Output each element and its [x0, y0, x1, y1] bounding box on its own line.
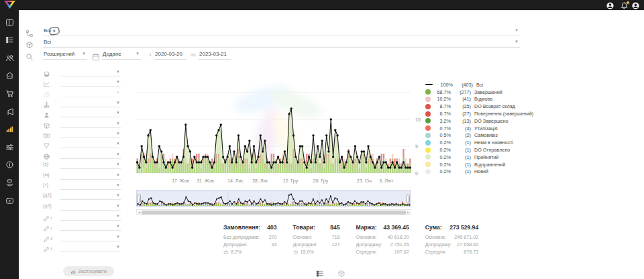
side-filter-row: {т}▼ — [43, 182, 122, 191]
bell-icon[interactable] — [620, 1, 629, 9]
scrollbar-thumb[interactable] — [142, 211, 406, 215]
search-mode-select[interactable]: Розширений ▼ — [43, 50, 87, 60]
svg-text:10: 10 — [415, 117, 421, 122]
legend-dot-swatch — [425, 125, 431, 131]
sidebar-item-analytics-icon[interactable] — [0, 123, 19, 135]
stat-sublabel: Допродані: — [293, 241, 317, 248]
chart-brush[interactable] — [136, 190, 411, 207]
brush-handle-left[interactable] — [138, 194, 141, 203]
legend-item[interactable]: 8.7%(35)DO Возврат склад — [425, 103, 551, 110]
scroll-left-arrow[interactable]: ◂ — [137, 210, 142, 215]
chevron-down-icon: ▼ — [116, 111, 120, 115]
legend-dot-swatch — [425, 140, 431, 146]
sidebar-item-partners-icon[interactable] — [0, 176, 19, 188]
stat-value: 43 369.45 — [384, 224, 409, 231]
side-filter-select[interactable]: ▼ — [60, 130, 121, 138]
side-filter-select[interactable]: ▼ — [60, 140, 121, 148]
side-filter-select[interactable]: ▼ — [60, 223, 121, 231]
sidebar-item-cart-icon[interactable] — [0, 87, 19, 99]
sphere-icon — [43, 68, 50, 76]
legend-item[interactable]: 0.2%(1)Прийнятий — [425, 154, 551, 161]
side-filter-select[interactable]: ▼ — [60, 182, 121, 190]
side-filter-row: ▼ — [43, 130, 122, 140]
svg-text:28. Лис: 28. Лис — [252, 178, 268, 183]
legend-item[interactable]: 0.5%(2)Самовивіз — [425, 132, 551, 140]
side-filter-select[interactable]: ▼ — [60, 99, 121, 107]
side-filter-select[interactable]: ▼ — [60, 233, 121, 241]
side-filter-row: 3▼ — [43, 233, 122, 243]
sidebar-item-sliders-icon[interactable] — [0, 141, 19, 153]
upsell-percent: 15.0% — [301, 248, 314, 256]
stat-value: 403 — [267, 224, 276, 231]
side-filter-select[interactable]: ▼ — [60, 89, 121, 97]
side-filter-select[interactable]: ▼ — [60, 213, 121, 221]
legend-count: (2) — [453, 132, 471, 138]
stat-value: 845 — [330, 224, 339, 231]
legend-count: (1) — [453, 162, 471, 168]
apply-button[interactable]: Застосувати — [63, 266, 114, 276]
side-filter-select[interactable]: ▼ — [60, 120, 121, 128]
legend-item[interactable]: 6.7%(27)Повернення (завершений) — [425, 110, 551, 117]
legend-label: Відмова — [474, 96, 492, 102]
legend-item[interactable]: 0.2%(1)Відправлений — [425, 161, 551, 168]
side-filter-select[interactable]: ▼ — [60, 243, 121, 252]
legend-item[interactable]: 3.2%(13)DO Завершено — [425, 117, 551, 125]
legend-item[interactable]: 0.2%(1)DO Отправлено — [425, 146, 551, 154]
product-filter-select[interactable]: Всі ▼ — [43, 38, 520, 48]
legend-item[interactable]: 68.7%(277)Завершений — [425, 89, 551, 96]
side-filter-select[interactable]: ▼ — [60, 151, 121, 159]
search-icon[interactable] — [25, 52, 34, 60]
list-toggle-icon[interactable] — [316, 268, 324, 276]
side-filter-row: ▼ — [43, 89, 122, 99]
sidebar-item-store-icon[interactable] — [0, 70, 19, 82]
date-field-value: Додане — [103, 51, 121, 57]
sidebar-item-dashboard-icon[interactable] — [0, 16, 19, 28]
brush-handle-right[interactable] — [407, 194, 410, 203]
date-to-input[interactable]: 2023-03-21 — [199, 50, 231, 60]
sidebar-item-info-icon[interactable] — [0, 159, 19, 171]
stat-subvalue: 370 — [269, 233, 277, 241]
side-filter-row: ▼ — [43, 151, 122, 160]
help-icon — [43, 89, 50, 97]
side-filter-select[interactable]: ▼ — [60, 203, 121, 211]
svg-text:6. Лют: 6. Лют — [380, 178, 394, 183]
avatar-icon[interactable] — [606, 1, 614, 9]
chevron-down-icon: ▼ — [116, 121, 120, 125]
scroll-right-arrow[interactable]: ▸ — [406, 210, 411, 215]
legend-dot-swatch — [425, 162, 431, 167]
sidebar-item-orders-icon[interactable] — [0, 34, 19, 46]
side-filter-row: ▼ — [43, 120, 122, 129]
side-filter-row: {д1}▼ — [43, 192, 122, 201]
sidebar-item-customers-icon[interactable] — [0, 52, 19, 64]
legend-item[interactable]: 0.2%(1)Нема в наявності — [425, 139, 551, 146]
legend-item[interactable]: 100%(403)Всі — [425, 81, 551, 89]
legend-item[interactable]: 0.2%(1)Новий — [425, 168, 551, 176]
side-filter-row: {д2}▼ — [43, 203, 122, 212]
side-filter-select[interactable]: ▼ — [60, 109, 121, 117]
side-filter-select[interactable]: ▼ — [60, 172, 121, 180]
date-from-input[interactable]: 2020-03-20 — [154, 50, 186, 60]
side-filter-row: ▼ — [43, 78, 122, 88]
account-icon[interactable] — [631, 1, 640, 9]
side-filter-select[interactable]: ▼ — [60, 161, 121, 169]
date-to-value: 2023-03-21 — [199, 51, 227, 57]
filter-token-label: {д2} — [43, 203, 52, 208]
chart-hscrollbar[interactable]: ◂ ▸ — [136, 209, 411, 215]
legend-percent: 8.7% — [433, 103, 451, 109]
legend-label: Всі — [476, 82, 483, 88]
orders-timeline-chart[interactable]: 105017. Жов31. Жов14. Лис28. Лис12. Гру2… — [136, 75, 426, 188]
legend-dot-swatch — [425, 154, 431, 160]
svg-text:26. Гру: 26. Гру — [313, 178, 329, 184]
hierarchy-icon — [43, 99, 50, 107]
side-filter-select[interactable]: ▼ — [60, 192, 121, 200]
category-filter-select[interactable]: Всі ▼ — [43, 26, 520, 36]
side-filter-select[interactable]: ▼ — [60, 68, 121, 76]
date-field-select[interactable]: Додане ▼ — [102, 50, 141, 60]
legend-item[interactable]: 10.2%(41)Відмова — [425, 96, 551, 103]
sidebar-item-marketing-icon[interactable] — [0, 105, 19, 117]
legend-item[interactable]: 0.7%(3)Утилізація — [425, 125, 551, 132]
side-filter-select[interactable]: ▼ — [60, 78, 121, 87]
sidebar-item-tutorials-icon[interactable] — [0, 194, 19, 207]
calendar-icon[interactable] — [92, 52, 100, 60]
cube-toggle-icon[interactable] — [337, 268, 345, 276]
